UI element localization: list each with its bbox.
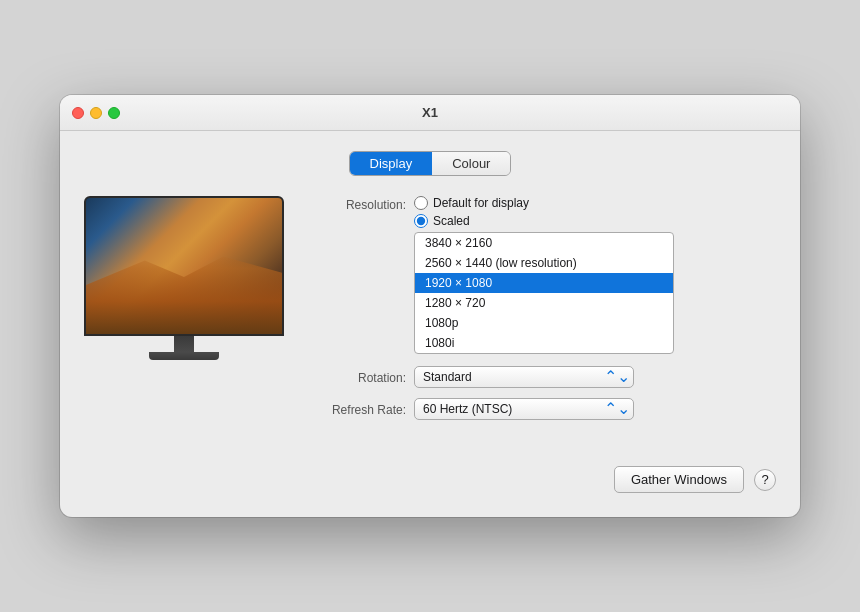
resolution-default-radio[interactable] — [414, 196, 428, 210]
rotation-dropdown[interactable]: Standard 90° 180° 270° — [414, 366, 634, 388]
rotation-row: Rotation: Standard 90° 180° 270° ⌃⌄ — [304, 366, 776, 388]
rotation-label: Rotation: — [304, 369, 414, 385]
monitor-illustration — [84, 196, 284, 360]
refresh-rate-label: Refresh Rate: — [304, 401, 414, 417]
main-content: Resolution: Default for display Scaled — [84, 196, 776, 430]
traffic-lights — [72, 107, 120, 119]
monitor-screen-frame — [84, 196, 284, 336]
resolution-label: Resolution: — [304, 196, 414, 212]
refresh-rate-row: Refresh Rate: 60 Hertz (NTSC) 50 Hertz (… — [304, 398, 776, 420]
help-button[interactable]: ? — [754, 469, 776, 491]
monitor-stand-base — [149, 352, 219, 360]
resolution-scaled-radio[interactable] — [414, 214, 428, 228]
tab-bar: Display Colour — [84, 151, 776, 176]
resolution-scaled-option[interactable]: Scaled — [414, 214, 776, 228]
tab-group: Display Colour — [349, 151, 512, 176]
resolution-item-5[interactable]: 1080i — [415, 333, 673, 353]
monitor-stand-neck — [174, 336, 194, 352]
monitor-screen — [86, 198, 282, 334]
resolution-default-option[interactable]: Default for display — [414, 196, 776, 210]
content-area: Display Colour Resolution: — [60, 131, 800, 517]
resolution-item-4[interactable]: 1080p — [415, 313, 673, 333]
resolution-item-3[interactable]: 1280 × 720 — [415, 293, 673, 313]
tab-display[interactable]: Display — [350, 152, 433, 175]
resolution-radio-group: Default for display Scaled — [414, 196, 776, 228]
window-title: X1 — [422, 105, 438, 120]
rotation-dropdown-wrapper: Standard 90° 180° 270° ⌃⌄ — [414, 366, 634, 388]
refresh-dropdown-wrapper: 60 Hertz (NTSC) 50 Hertz (PAL) 30 Hertz … — [414, 398, 634, 420]
minimize-button[interactable] — [90, 107, 102, 119]
titlebar: X1 — [60, 95, 800, 131]
resolution-row: Resolution: Default for display Scaled — [304, 196, 776, 354]
rotation-control: Standard 90° 180° 270° ⌃⌄ — [414, 366, 776, 388]
close-button[interactable] — [72, 107, 84, 119]
resolution-item-1[interactable]: 2560 × 1440 (low resolution) — [415, 253, 673, 273]
resolution-item-0[interactable]: 3840 × 2160 — [415, 233, 673, 253]
footer: Gather Windows ? — [84, 454, 776, 493]
maximize-button[interactable] — [108, 107, 120, 119]
tab-colour[interactable]: Colour — [432, 152, 510, 175]
resolution-scaled-label: Scaled — [433, 214, 470, 228]
main-window: X1 Display Colour Re — [60, 95, 800, 517]
resolution-item-2[interactable]: 1920 × 1080 — [415, 273, 673, 293]
resolution-control: Default for display Scaled 3840 × 2160 2… — [414, 196, 776, 354]
gather-windows-button[interactable]: Gather Windows — [614, 466, 744, 493]
resolution-default-label: Default for display — [433, 196, 529, 210]
refresh-rate-control: 60 Hertz (NTSC) 50 Hertz (PAL) 30 Hertz … — [414, 398, 776, 420]
refresh-rate-dropdown[interactable]: 60 Hertz (NTSC) 50 Hertz (PAL) 30 Hertz — [414, 398, 634, 420]
resolution-list-inner[interactable]: 3840 × 2160 2560 × 1440 (low resolution)… — [415, 233, 673, 353]
settings-panel: Resolution: Default for display Scaled — [304, 196, 776, 430]
resolution-list: 3840 × 2160 2560 × 1440 (low resolution)… — [414, 232, 674, 354]
